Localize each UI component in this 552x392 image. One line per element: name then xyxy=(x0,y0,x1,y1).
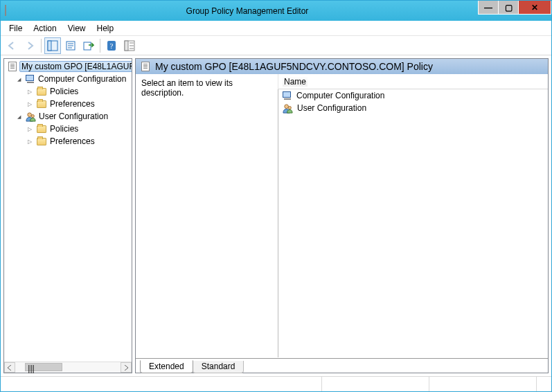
tab-standard[interactable]: Standard xyxy=(193,361,244,373)
toolbar-sep xyxy=(100,39,100,53)
titlebar: Group Policy Management Editor — ▢ ✕ xyxy=(1,1,551,21)
tree-h-scrollbar[interactable]: ||| xyxy=(4,362,132,373)
folder-icon xyxy=(36,98,47,109)
properties-button[interactable] xyxy=(62,37,79,54)
maximize-button[interactable]: ▢ xyxy=(498,1,519,15)
tree-item-user-configuration[interactable]: User Configuration xyxy=(4,110,132,123)
list-item-label: User Configuration xyxy=(297,103,366,113)
list-item-user-configuration[interactable]: User Configuration xyxy=(278,102,548,114)
tree-item-label: Preferences xyxy=(50,99,95,109)
list-body[interactable]: Computer Configuration User Configuratio… xyxy=(278,89,548,357)
status-cell xyxy=(429,377,536,391)
svg-text:?: ? xyxy=(110,42,114,50)
body: My custom GPO [E48L1AGUF5NDCVY Computer … xyxy=(1,55,551,376)
filter-button[interactable] xyxy=(121,37,138,54)
svg-point-15 xyxy=(31,114,34,117)
tree-item-label: Computer Configuration xyxy=(38,74,126,84)
export-list-button[interactable] xyxy=(80,37,97,54)
detail-body: Select an item to view its description. … xyxy=(136,74,548,357)
document-icon xyxy=(8,61,17,72)
column-name[interactable]: Name xyxy=(283,77,308,87)
svg-rect-1 xyxy=(48,41,51,51)
menu-view[interactable]: View xyxy=(62,22,91,35)
tree-item-label: My custom GPO [E48L1AGUF5NDCVY xyxy=(19,61,132,72)
menu-help[interactable]: Help xyxy=(91,22,120,35)
minimize-button[interactable]: — xyxy=(478,1,499,15)
tree-item-label: Policies xyxy=(50,124,78,134)
expand-icon[interactable] xyxy=(26,138,33,145)
user-icon xyxy=(282,103,293,114)
tree-item-preferences[interactable]: Preferences xyxy=(4,135,132,148)
status-cell xyxy=(536,377,551,391)
svg-point-17 xyxy=(288,106,291,109)
tree-item-computer-configuration[interactable]: Computer Configuration xyxy=(4,73,132,85)
document-icon xyxy=(140,61,151,72)
window-title: Group Policy Management Editor xyxy=(16,6,479,16)
nav-back-button[interactable] xyxy=(3,37,20,54)
nav-forward-button[interactable] xyxy=(21,37,38,54)
tree-pane: My custom GPO [E48L1AGUF5NDCVY Computer … xyxy=(3,58,132,373)
placeholder-text: Select an item to view its description. xyxy=(141,78,233,98)
tree-item-label: Policies xyxy=(50,87,78,96)
toolbar: ? xyxy=(1,36,551,55)
collapse-icon[interactable] xyxy=(15,75,22,82)
scroll-thumb[interactable]: ||| xyxy=(25,363,62,371)
collapse-icon[interactable] xyxy=(15,113,22,120)
scroll-left-button[interactable] xyxy=(4,362,15,373)
statusbar xyxy=(1,376,551,391)
window-root: Group Policy Management Editor — ▢ ✕ Fil… xyxy=(0,0,552,392)
computer-icon xyxy=(25,75,35,83)
tree-scroll[interactable]: My custom GPO [E48L1AGUF5NDCVY Computer … xyxy=(4,59,132,362)
toolbar-sep xyxy=(41,39,42,53)
list-item-computer-configuration[interactable]: Computer Configuration xyxy=(278,89,548,102)
user-icon xyxy=(25,111,36,122)
svg-rect-10 xyxy=(125,41,128,51)
tree-item-preferences[interactable]: Preferences xyxy=(4,98,132,110)
detail-header: My custom GPO [E48L1AGUF5NDCVY.CONTOSO.C… xyxy=(136,59,548,74)
folder-icon xyxy=(36,136,47,147)
detail-tabs: Extended Standard xyxy=(136,357,548,373)
expand-icon[interactable] xyxy=(26,100,33,107)
tree-item-label: User Configuration xyxy=(39,112,108,121)
computer-icon xyxy=(282,91,292,100)
tree-item-policies[interactable]: Policies xyxy=(4,85,132,98)
list-column: Name Computer Configuration User Configu… xyxy=(278,74,548,357)
detail-pane: My custom GPO [E48L1AGUF5NDCVY.CONTOSO.C… xyxy=(135,58,549,373)
show-hide-tree-button[interactable] xyxy=(44,37,61,54)
tree-item-root[interactable]: My custom GPO [E48L1AGUF5NDCVY xyxy=(4,60,132,73)
menu-action[interactable]: Action xyxy=(28,22,62,35)
description-column: Select an item to view its description. xyxy=(136,74,278,357)
status-cell xyxy=(1,377,321,391)
menubar: File Action View Help xyxy=(1,21,551,36)
help-button[interactable]: ? xyxy=(103,37,120,54)
list-item-label: Computer Configuration xyxy=(296,91,384,100)
expand-icon[interactable] xyxy=(26,125,33,132)
scroll-right-button[interactable] xyxy=(121,362,132,373)
svg-rect-6 xyxy=(84,42,91,50)
svg-point-16 xyxy=(284,104,288,108)
detail-title: My custom GPO [E48L1AGUF5NDCVY.CONTOSO.C… xyxy=(155,61,433,72)
close-button[interactable]: ✕ xyxy=(518,1,551,15)
folder-icon xyxy=(36,123,47,134)
scroll-track[interactable]: ||| xyxy=(15,362,121,373)
svg-point-14 xyxy=(27,112,31,116)
tree-item-label: Preferences xyxy=(50,136,95,146)
folder-icon xyxy=(36,86,47,97)
status-cell xyxy=(321,377,429,391)
menu-file[interactable]: File xyxy=(3,22,28,35)
tree-item-policies[interactable]: Policies xyxy=(4,123,132,135)
app-icon xyxy=(5,6,16,17)
expand-icon[interactable] xyxy=(26,88,33,95)
window-controls: — ▢ ✕ xyxy=(479,1,551,16)
list-header[interactable]: Name xyxy=(278,74,548,89)
tab-extended[interactable]: Extended xyxy=(140,360,193,373)
